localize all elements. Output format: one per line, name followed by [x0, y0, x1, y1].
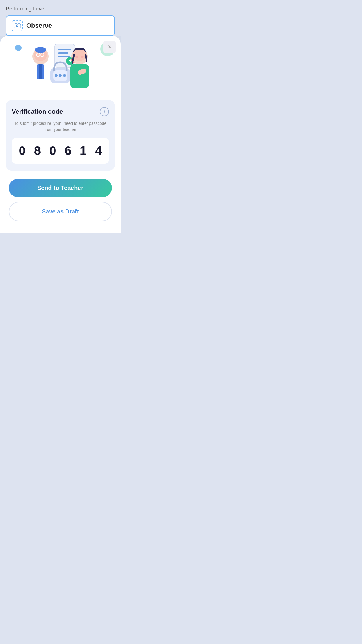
code-box: 080614: [12, 138, 109, 164]
verification-header: Verification code i: [12, 107, 109, 116]
svg-point-33: [75, 56, 78, 58]
svg-rect-9: [70, 59, 71, 62]
verification-description: To submit procedure, you'll need to ente…: [12, 120, 109, 133]
svg-rect-30: [39, 64, 42, 79]
svg-rect-35: [70, 64, 89, 88]
save-as-draft-button[interactable]: Save as Draft: [9, 202, 112, 221]
close-button[interactable]: ✕: [103, 41, 116, 53]
svg-point-34: [81, 56, 84, 58]
modal: ✕: [0, 36, 121, 233]
illustration-svg: [20, 39, 101, 97]
verification-card: Verification code i To submit procedure,…: [6, 100, 115, 171]
svg-point-17: [59, 74, 62, 77]
background-screen: Performing Level Observe: [0, 0, 121, 36]
observe-box: Observe: [6, 15, 115, 36]
observe-value: Observe: [26, 22, 52, 29]
verification-title: Verification code: [12, 108, 63, 116]
svg-rect-4: [58, 49, 71, 50]
send-to-teacher-button[interactable]: Send to Teacher: [9, 179, 112, 197]
svg-rect-5: [58, 52, 68, 54]
modal-overlay: ✕: [0, 36, 121, 233]
illustration: [0, 36, 121, 100]
code-digit: 0: [15, 144, 30, 158]
svg-point-18: [63, 74, 66, 77]
svg-point-2: [17, 25, 17, 26]
svg-rect-6: [58, 56, 70, 57]
observe-icon: [12, 20, 23, 31]
info-icon-button[interactable]: i: [100, 107, 109, 116]
performing-level-label: Performing Level: [6, 6, 115, 12]
code-digit: 0: [45, 144, 60, 158]
code-digit: 1: [75, 144, 91, 158]
svg-point-16: [55, 74, 58, 77]
deco-circle-1: [15, 45, 22, 51]
buttons-area: Send to Teacher Save as Draft: [0, 171, 121, 221]
code-digit: 6: [60, 144, 75, 158]
svg-point-21: [35, 47, 46, 53]
code-digit: 8: [30, 144, 45, 158]
code-digit: 4: [91, 144, 106, 158]
